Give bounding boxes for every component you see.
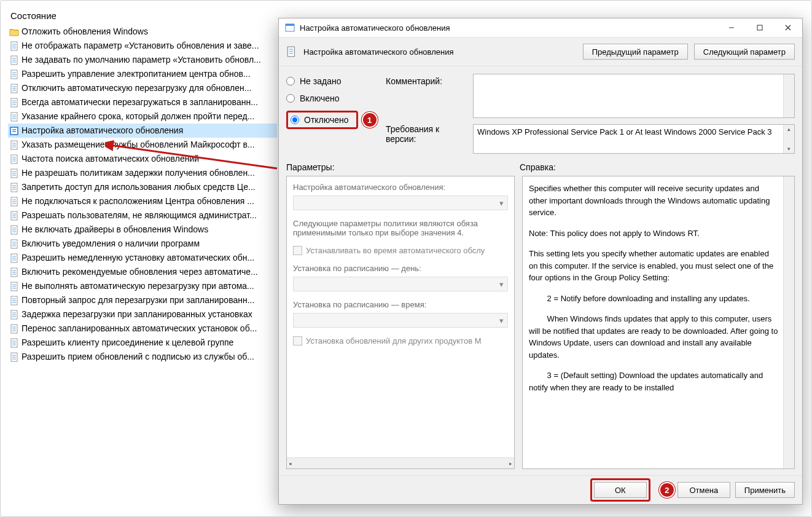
close-button[interactable] — [774, 18, 802, 37]
prev-setting-button[interactable]: Предыдущий параметр — [583, 44, 688, 60]
params-pane: Настройка автоматического обновления: ▾ … — [286, 176, 515, 469]
policy-icon — [9, 69, 19, 79]
param-auto-update-combo[interactable]: ▾ — [293, 195, 508, 210]
tree-item[interactable]: Разрешить управление электропитанием цен… — [8, 67, 277, 81]
section-labels: Параметры: Справка: — [279, 159, 802, 173]
tree-item[interactable]: Не подключаться к расположениям Центра о… — [8, 194, 277, 208]
radio-not-configured[interactable]: Не задано — [286, 76, 378, 86]
comment-textarea[interactable] — [473, 74, 795, 118]
help-p3: This setting lets you specify whether au… — [529, 248, 778, 284]
param-auto-update-label: Настройка автоматического обновления: — [293, 183, 508, 192]
scrollbar[interactable] — [783, 74, 794, 117]
tree-item[interactable]: Отключить автоматическую перезагрузку дл… — [8, 81, 277, 95]
tree-item[interactable]: Разрешить прием обновлений с подписью из… — [8, 350, 277, 364]
ok-highlight: ОК — [590, 478, 650, 502]
svg-rect-94 — [286, 24, 294, 26]
param-note-2: применимыми только при выборе значения 4… — [293, 228, 508, 237]
content-panes: Настройка автоматического обновления: ▾ … — [279, 173, 802, 475]
policy-icon — [9, 282, 19, 291]
tree-item[interactable]: Частота поиска автоматических обновлений — [8, 152, 277, 166]
help-p2: Note: This policy does not apply to Wind… — [529, 227, 778, 240]
apply-button[interactable]: Применить — [735, 482, 795, 498]
tree-folder[interactable]: Отложить обновления Windows — [8, 25, 277, 39]
help-pane: Specifies whether this computer will rec… — [522, 176, 795, 469]
next-setting-button[interactable]: Следующий параметр — [694, 44, 795, 60]
param-note-1: Следующие параметры политики являются об… — [293, 219, 508, 228]
tree-item[interactable]: Перенос запланированных автоматических у… — [8, 322, 277, 336]
maximize-button[interactable] — [746, 18, 774, 37]
tree-item[interactable]: Не задавать по умолчанию параметр «Устан… — [8, 53, 277, 67]
tree-item[interactable]: Включить уведомления о наличии программ — [8, 237, 277, 251]
help-p4: 2 = Notify before downloading and instal… — [529, 293, 778, 305]
policy-icon — [9, 296, 19, 306]
dialog-footer: ОК 2 Отмена Применить — [279, 475, 802, 504]
step-badge-1: 1 — [362, 112, 378, 128]
param-chk-other-products[interactable]: Установка обновлений для других продукто… — [293, 336, 508, 345]
tree-item[interactable]: Запретить доступ для использования любых… — [8, 180, 277, 194]
param-chk-maintenance[interactable]: Устанавливать во время автоматического о… — [293, 246, 508, 255]
tree-item[interactable]: Повторный запрос для перезагрузки при за… — [8, 293, 277, 307]
tree-item[interactable]: Не выполнять автоматическую перезагрузку… — [8, 279, 277, 293]
scrollbar[interactable]: ▴▾ — [783, 125, 794, 153]
dialog-header: Настройка автоматического обновления Пре… — [279, 37, 802, 66]
svg-rect-101 — [289, 51, 294, 52]
policy-icon — [9, 197, 19, 207]
param-time-label: Установка по расписанию — время: — [293, 300, 508, 309]
dialog-title: Настройка автоматического обновления — [300, 23, 717, 33]
app-window: Состояние Отложить обновления WindowsНе … — [0, 0, 812, 517]
policy-icon — [9, 225, 19, 235]
svg-rect-96 — [757, 25, 762, 30]
policy-icon — [9, 267, 19, 277]
dialog-titlebar: Настройка автоматического обновления — [279, 18, 802, 37]
tree-item[interactable]: Не отображать параметр «Установить обнов… — [8, 39, 277, 53]
params-content: Настройка автоматического обновления: ▾ … — [287, 176, 514, 457]
help-p1: Specifies whether this computer will rec… — [529, 183, 778, 219]
tree-item[interactable]: Включить рекомендуемые обновления через … — [8, 265, 277, 279]
tree-item[interactable]: Задержка перезагрузки при запланированны… — [8, 307, 277, 322]
policy-icon — [9, 168, 19, 178]
policy-icon — [9, 112, 19, 122]
tree-item[interactable]: Настройка автоматического обновления — [8, 124, 277, 138]
tree-item[interactable]: Разрешить клиенту присоединение к целево… — [8, 336, 277, 350]
param-time-combo[interactable]: ▾ — [293, 313, 508, 328]
param-day-combo[interactable]: ▾ — [293, 277, 508, 291]
tree-item[interactable]: Не разрешать политикам задержки получени… — [8, 166, 277, 180]
radio-enabled[interactable]: Включено — [286, 93, 378, 103]
tree-item[interactable]: Указать размещение службы обновлений Май… — [8, 138, 277, 152]
tree-item[interactable]: Указание крайнего срока, который должен … — [8, 109, 277, 124]
tree-item[interactable]: Разрешать пользователям, не являющимся а… — [8, 208, 277, 223]
svg-rect-27 — [12, 131, 16, 132]
policy-icon — [9, 140, 19, 150]
field-values: Windows XP Professional Service Pack 1 o… — [473, 74, 795, 154]
help-content: Specifies whether this computer will rec… — [523, 176, 794, 408]
svg-rect-102 — [289, 53, 294, 53]
tree-item[interactable]: Всегда автоматически перезагружаться в з… — [8, 95, 277, 109]
comment-label: Комментарий: — [386, 76, 466, 86]
policy-icon — [9, 253, 19, 263]
field-labels: Комментарий: Требования к версии: — [386, 74, 466, 154]
policy-icon — [286, 46, 297, 57]
svg-rect-100 — [289, 49, 294, 50]
radio-disabled[interactable]: Отключено — [289, 114, 350, 126]
tree-item[interactable]: Не включать драйверы в обновления Window… — [8, 223, 277, 237]
dialog-icon — [285, 23, 295, 33]
policy-selected-icon — [9, 126, 19, 136]
minimize-button[interactable] — [717, 18, 746, 37]
policy-icon — [9, 310, 19, 320]
policy-list-pane: Состояние Отложить обновления WindowsНе … — [8, 8, 277, 497]
folder-icon — [9, 27, 19, 37]
policy-icon — [9, 98, 19, 108]
tree-item[interactable]: Разрешить немедленную установку автомати… — [8, 251, 277, 265]
policy-icon — [9, 41, 19, 51]
policy-icon — [9, 183, 19, 192]
requirements-box: Windows XP Professional Service Pack 1 o… — [473, 124, 795, 154]
pane-header: Состояние — [8, 8, 277, 25]
top-grid: Не задано Включено Отключено 1 Комментар… — [279, 66, 802, 159]
cancel-button[interactable]: Отмена — [677, 482, 730, 498]
h-scrollbar[interactable]: ◂▸ — [287, 457, 514, 468]
policy-icon — [9, 55, 19, 65]
policy-tree[interactable]: Отложить обновления WindowsНе отображать… — [8, 25, 277, 364]
v-scrollbar[interactable] — [783, 176, 794, 468]
svg-rect-26 — [12, 129, 16, 130]
ok-button[interactable]: ОК — [594, 482, 647, 498]
